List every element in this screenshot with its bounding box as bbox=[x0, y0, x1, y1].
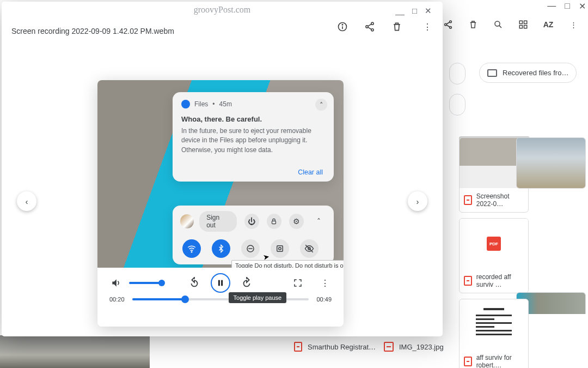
maximize-button[interactable]: □ bbox=[565, 1, 570, 11]
thumb-label: aff surviv for robert.… bbox=[476, 354, 524, 368]
minimize-button[interactable]: __ bbox=[395, 6, 405, 16]
window-controls: — □ ✕ bbox=[547, 1, 586, 11]
progress-fill bbox=[132, 298, 185, 300]
avatar[interactable] bbox=[180, 214, 194, 228]
fullscreen-icon[interactable] bbox=[291, 276, 304, 289]
thumb-label: Screenshot 2022-0… bbox=[476, 192, 524, 208]
desktop-wallpaper-strip bbox=[0, 335, 150, 368]
thumb-image bbox=[517, 138, 585, 188]
chevron-up-icon[interactable]: ˄ bbox=[315, 99, 327, 111]
thumb-image bbox=[460, 299, 528, 349]
video-player-window: groovyPost.com __ □ ✕ Screen recording 2… bbox=[2, 2, 443, 336]
grid-view-icon[interactable] bbox=[518, 20, 528, 29]
folder-chip-recovered[interactable]: Recovered files fro… bbox=[479, 63, 577, 83]
play-pause-tooltip: Toggle play pause bbox=[229, 292, 287, 303]
pdf-icon: PDF bbox=[487, 237, 501, 251]
folder-chip[interactable] bbox=[449, 94, 465, 116]
search-icon[interactable] bbox=[493, 20, 503, 29]
file-chip-img1923[interactable]: IMG_1923.jpg bbox=[378, 336, 449, 357]
bluetooth-icon[interactable] bbox=[212, 239, 230, 258]
power-icon[interactable]: ⏻ bbox=[244, 214, 259, 229]
doc-preview bbox=[460, 299, 528, 344]
notif-title: Whoa, there. Be careful. bbox=[181, 115, 325, 123]
chip-label: Smarthub Registrat… bbox=[308, 343, 376, 351]
notif-body: In the future, be sure to eject your rem… bbox=[181, 126, 325, 155]
thumb-pdf-recorded[interactable]: PDF recorded aff surviv … bbox=[459, 218, 529, 293]
lock-icon[interactable] bbox=[267, 214, 281, 229]
gear-icon[interactable]: ⚙ bbox=[289, 214, 304, 229]
svg-rect-10 bbox=[524, 26, 527, 28]
prev-button[interactable]: ‹ bbox=[17, 191, 36, 211]
svg-rect-27 bbox=[218, 280, 220, 286]
sign-out-button[interactable]: Sign out bbox=[199, 211, 237, 232]
folder-icon bbox=[487, 69, 497, 77]
thumb-label: recorded aff surviv … bbox=[476, 273, 524, 288]
visibility-off-icon[interactable] bbox=[300, 239, 318, 258]
share-icon[interactable] bbox=[364, 21, 375, 32]
volume-icon[interactable] bbox=[109, 276, 122, 289]
close-button[interactable]: ✕ bbox=[425, 6, 432, 16]
chip-label: IMG_1923.jpg bbox=[399, 343, 444, 351]
svg-rect-19 bbox=[272, 221, 276, 224]
svg-point-20 bbox=[191, 251, 192, 252]
more-icon[interactable]: ⋮ bbox=[568, 20, 578, 29]
progress-handle[interactable] bbox=[181, 295, 189, 303]
svg-line-6 bbox=[499, 26, 501, 28]
svg-line-18 bbox=[368, 27, 372, 29]
video-frame: Files • 45m ˄ Whoa, there. Be careful. I… bbox=[97, 80, 344, 268]
clear-all-button[interactable]: Clear all bbox=[298, 168, 323, 176]
pdf-file-icon bbox=[294, 342, 302, 352]
thumb-pdf-aff[interactable]: aff surviv for robert.… bbox=[459, 299, 529, 368]
current-time: 00:20 bbox=[109, 296, 125, 303]
image-file-icon bbox=[384, 342, 394, 352]
quick-settings-card: Sign out ⏻ ⚙ ˄ bbox=[173, 206, 334, 264]
app-icon bbox=[181, 100, 190, 108]
dnd-icon[interactable] bbox=[241, 239, 260, 258]
info-icon[interactable] bbox=[337, 21, 348, 32]
thumb-photo[interactable] bbox=[516, 137, 586, 189]
minimize-button[interactable]: — bbox=[547, 1, 556, 11]
pdf-file-icon bbox=[464, 357, 472, 366]
dot: • bbox=[212, 100, 215, 108]
maximize-button[interactable]: □ bbox=[412, 6, 417, 16]
folder-chip[interactable] bbox=[449, 63, 465, 85]
notification-card: Files • 45m ˄ Whoa, there. Be careful. I… bbox=[173, 92, 334, 182]
svg-point-13 bbox=[342, 25, 342, 25]
chevron-up-icon[interactable]: ˄ bbox=[311, 214, 326, 229]
chip-label: Recovered files fro… bbox=[503, 69, 568, 77]
screenshot-icon[interactable] bbox=[271, 239, 289, 258]
sort-icon[interactable]: AZ bbox=[543, 20, 553, 29]
file-chip-smarthub[interactable]: Smarthub Registrat… bbox=[289, 336, 381, 357]
play-pause-button[interactable] bbox=[211, 273, 230, 293]
player-controls: ⋮ 00:20 Toggle play pause 00:49 bbox=[97, 268, 344, 327]
wifi-icon[interactable] bbox=[182, 239, 201, 258]
more-icon[interactable]: ⋮ bbox=[318, 276, 332, 289]
svg-point-5 bbox=[495, 21, 500, 26]
volume-slider[interactable] bbox=[129, 282, 163, 284]
notif-app: Files bbox=[194, 100, 208, 108]
progress-bar[interactable]: Toggle play pause bbox=[132, 298, 309, 300]
watermark-text: groovyPost.com bbox=[194, 5, 250, 15]
image-icon bbox=[464, 195, 472, 205]
delete-icon[interactable] bbox=[468, 20, 478, 29]
total-time: 00:49 bbox=[316, 296, 332, 303]
share-icon[interactable] bbox=[443, 20, 453, 29]
rewind-10-icon[interactable] bbox=[188, 276, 201, 289]
pdf-file-icon bbox=[464, 276, 472, 286]
svg-line-17 bbox=[368, 24, 372, 26]
thumb-image: PDF bbox=[460, 219, 528, 269]
notif-time: 45m bbox=[219, 100, 232, 108]
svg-rect-9 bbox=[519, 26, 522, 28]
more-icon[interactable]: ⋮ bbox=[422, 21, 433, 32]
forward-10-icon[interactable] bbox=[240, 276, 253, 289]
svg-rect-7 bbox=[519, 21, 522, 23]
svg-line-4 bbox=[446, 25, 450, 27]
delete-icon[interactable] bbox=[391, 21, 402, 32]
close-button[interactable]: ✕ bbox=[579, 1, 586, 11]
player-header-actions: ⋮ bbox=[337, 21, 433, 32]
svg-line-3 bbox=[446, 22, 450, 25]
svg-rect-23 bbox=[277, 246, 283, 252]
svg-point-24 bbox=[279, 248, 281, 250]
window-controls: __ □ ✕ bbox=[395, 6, 435, 16]
next-button[interactable]: › bbox=[408, 191, 427, 211]
